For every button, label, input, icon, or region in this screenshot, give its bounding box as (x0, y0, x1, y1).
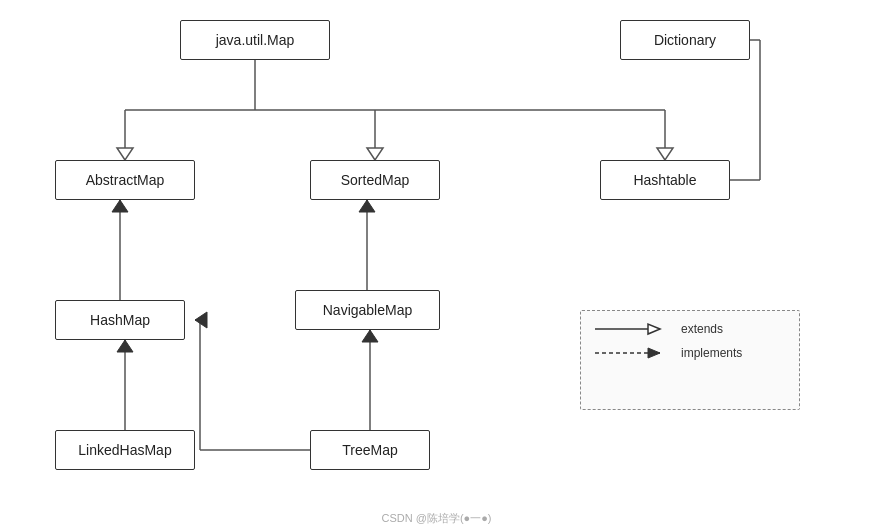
svg-marker-7 (657, 148, 673, 160)
box-hashtable: Hashtable (600, 160, 730, 200)
svg-marker-26 (648, 324, 660, 334)
box-navigable-map: NavigableMap (295, 290, 440, 330)
svg-marker-5 (367, 148, 383, 160)
box-abstract-map: AbstractMap (55, 160, 195, 200)
legend-implements-label: implements (681, 346, 742, 360)
legend-extends-label: extends (681, 322, 723, 336)
box-treemap: TreeMap (310, 430, 430, 470)
svg-marker-3 (117, 148, 133, 160)
diagram-container: java.util.Map (hollow triangle = impleme… (0, 0, 873, 532)
box-sorted-map: SortedMap (310, 160, 440, 200)
legend-extends-row: extends (595, 321, 785, 337)
svg-marker-24 (195, 312, 207, 328)
box-hashmap: HashMap (55, 300, 185, 340)
legend: extends implements (580, 310, 800, 410)
svg-marker-14 (112, 200, 128, 212)
box-java-util-map: java.util.Map (180, 20, 330, 60)
box-dictionary: Dictionary (620, 20, 750, 60)
legend-implements-row: implements (595, 345, 785, 361)
svg-marker-18 (117, 340, 133, 352)
watermark: CSDN @陈培学(●一●) (381, 511, 491, 526)
svg-marker-28 (648, 348, 660, 358)
svg-marker-20 (362, 330, 378, 342)
svg-marker-16 (359, 200, 375, 212)
box-linked-hashmap: LinkedHasMap (55, 430, 195, 470)
